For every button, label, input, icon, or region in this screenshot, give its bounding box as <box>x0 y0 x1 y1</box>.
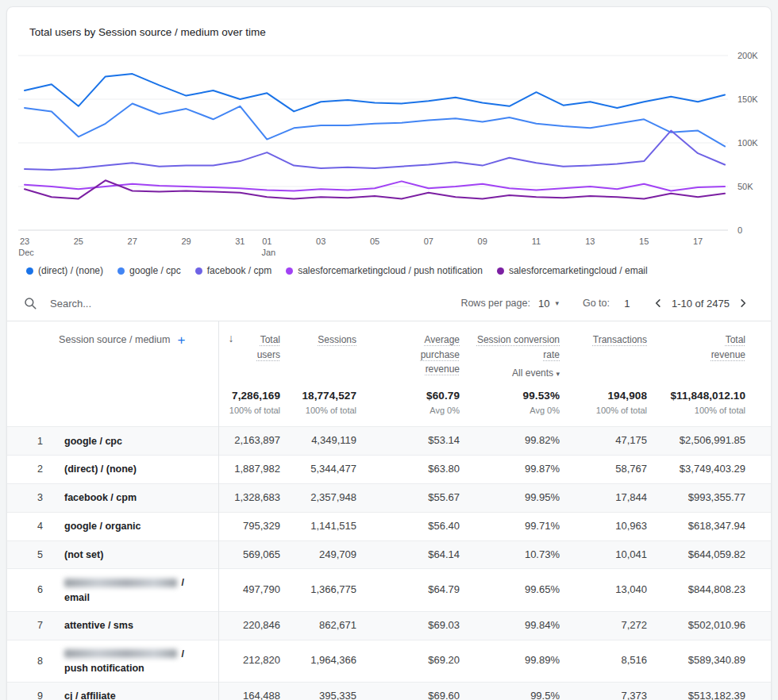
rows-per-page-select[interactable]: 10 ▾ <box>538 298 559 310</box>
row-source: google / cpc <box>64 427 218 456</box>
column-header-session-conversion-rate[interactable]: Session conversion rate All events ▾ <box>468 321 568 387</box>
line-chart-svg: 050K100K150K200K23Dec2527293101Jan030507… <box>18 41 769 259</box>
row-cell: $3,749,403.29 <box>655 456 771 484</box>
column-header-average-purchase-revenue[interactable]: Average purchase revenue <box>364 321 468 387</box>
row-cell: $618,347.94 <box>655 512 771 540</box>
row-index: 3 <box>7 483 64 512</box>
row-cell: 99.95% <box>468 483 568 512</box>
row-cell: $993,355.77 <box>655 483 771 512</box>
row-cell: 10,963 <box>568 512 655 540</box>
row-cell: 8,516 <box>568 640 655 682</box>
svg-text:0: 0 <box>738 225 742 235</box>
row-cell: 2,163,897 <box>218 427 288 456</box>
totals-row: 7,286,169100% of total 18,774,527100% of… <box>7 387 771 427</box>
legend-item[interactable]: google / cpc <box>117 265 181 276</box>
table-row: 3facebook / cpm1,328,6832,357,948$55.679… <box>7 483 771 512</box>
legend-dot-icon <box>117 267 125 275</box>
row-source: attentive / sms <box>64 611 218 640</box>
chart-title: Total users by Session source / medium o… <box>7 7 771 41</box>
table-row: 6 / email497,7901,366,775$64.7999.65%13,… <box>7 569 771 611</box>
svg-text:31: 31 <box>235 237 245 246</box>
row-cell: $644,059.82 <box>655 540 771 569</box>
row-cell: 1,964,366 <box>288 640 364 682</box>
svg-text:03: 03 <box>316 237 325 246</box>
row-cell: $63.80 <box>364 456 468 484</box>
all-events-filter[interactable]: All events ▾ <box>468 367 560 379</box>
svg-text:17: 17 <box>693 237 703 246</box>
row-source: (direct) / (none) <box>64 456 218 484</box>
row-cell: 795,329 <box>218 512 288 540</box>
table-toolbar: Rows per page: 10 ▾ Go to: 1 1-10 of 247… <box>7 286 771 321</box>
goto-page-input[interactable]: 1 <box>621 298 634 310</box>
legend-item[interactable]: salesforcemarketingcloud / email <box>497 265 648 276</box>
pagination-controls: Rows per page: 10 ▾ Go to: 1 1-10 of 247… <box>460 293 753 313</box>
legend-item[interactable]: facebook / cpm <box>195 265 272 276</box>
row-cell: 10.73% <box>468 540 568 569</box>
row-index: 6 <box>7 569 64 611</box>
row-index: 9 <box>7 682 64 700</box>
rows-per-page-label: Rows per page: <box>460 298 530 309</box>
row-cell: $64.79 <box>364 569 468 611</box>
legend-label: (direct) / (none) <box>38 265 103 276</box>
search-icon <box>23 296 37 310</box>
column-header-sessions[interactable]: Sessions <box>288 321 364 387</box>
svg-text:09: 09 <box>478 237 487 246</box>
legend-dot-icon <box>195 267 202 275</box>
table-row: 1google / cpc2,163,8974,349,119$53.1499.… <box>7 427 771 456</box>
row-cell: 17,844 <box>568 483 655 512</box>
sort-descending-icon[interactable]: ↓ <box>229 332 234 344</box>
table-search[interactable] <box>23 296 460 310</box>
table-header-row: Session source / medium+ ↓ Total users S… <box>7 321 771 387</box>
svg-text:27: 27 <box>128 237 137 246</box>
row-cell: $513,182.39 <box>655 682 771 700</box>
row-index: 7 <box>7 611 64 640</box>
row-cell: $53.14 <box>364 427 468 456</box>
svg-text:150K: 150K <box>738 94 758 104</box>
table-row: 9cj / affiliate164,488395,335$69.6099.5%… <box>7 682 771 700</box>
row-index: 5 <box>7 540 64 569</box>
row-cell: $69.20 <box>364 640 468 682</box>
totals-total-revenue: $11,848,012.10100% of total <box>655 387 771 427</box>
row-cell: $55.67 <box>364 483 468 512</box>
totals-spacer <box>7 387 218 427</box>
row-cell: 1,366,775 <box>288 569 364 611</box>
legend-item[interactable]: (direct) / (none) <box>26 265 103 276</box>
column-header-total-revenue[interactable]: Total revenue <box>655 321 771 387</box>
row-cell: 99.84% <box>468 611 568 640</box>
add-dimension-icon[interactable]: + <box>177 333 185 348</box>
search-input[interactable] <box>48 297 306 310</box>
row-index: 4 <box>7 512 64 540</box>
chevron-left-icon <box>651 296 665 310</box>
column-header-total-users[interactable]: ↓ Total users <box>218 321 288 387</box>
row-cell: 99.65% <box>468 569 568 611</box>
row-index: 1 <box>7 427 64 456</box>
column-header-transactions[interactable]: Transactions <box>568 321 655 387</box>
svg-text:13: 13 <box>585 237 595 246</box>
report-card: Total users by Session source / medium o… <box>6 6 772 700</box>
next-page-button[interactable] <box>733 293 753 313</box>
row-source: / push notification <box>64 640 218 682</box>
totals-session-conversion-rate: 99.53%Avg 0% <box>468 387 568 427</box>
row-cell: 2,357,948 <box>288 483 364 512</box>
redacted-text <box>64 579 177 587</box>
row-cell: 220,846 <box>218 611 288 640</box>
row-cell: 862,671 <box>288 611 364 640</box>
legend-item[interactable]: salesforcemarketingcloud / push notifica… <box>286 265 483 276</box>
chevron-down-icon: ▾ <box>555 300 559 307</box>
prev-page-button[interactable] <box>648 293 668 313</box>
row-cell: 1,328,683 <box>218 483 288 512</box>
pagination-range: 1-10 of 2475 <box>672 298 730 310</box>
row-source: google / organic <box>64 512 218 540</box>
row-cell: $502,010.96 <box>655 611 771 640</box>
row-cell: $589,340.89 <box>655 640 771 682</box>
svg-text:200K: 200K <box>738 51 758 60</box>
svg-text:23: 23 <box>20 237 29 246</box>
data-table: Session source / medium+ ↓ Total users S… <box>7 321 771 700</box>
table-row: 5(not set)569,065249,709$64.1410.73%10,0… <box>7 540 771 569</box>
row-cell: 7,272 <box>568 611 655 640</box>
column-header-source[interactable]: Session source / medium+ <box>7 321 218 387</box>
legend-label: salesforcemarketingcloud / push notifica… <box>298 265 483 276</box>
row-source: cj / affiliate <box>64 682 218 700</box>
legend-label: facebook / cpm <box>207 265 272 276</box>
legend-dot-icon <box>26 267 33 275</box>
